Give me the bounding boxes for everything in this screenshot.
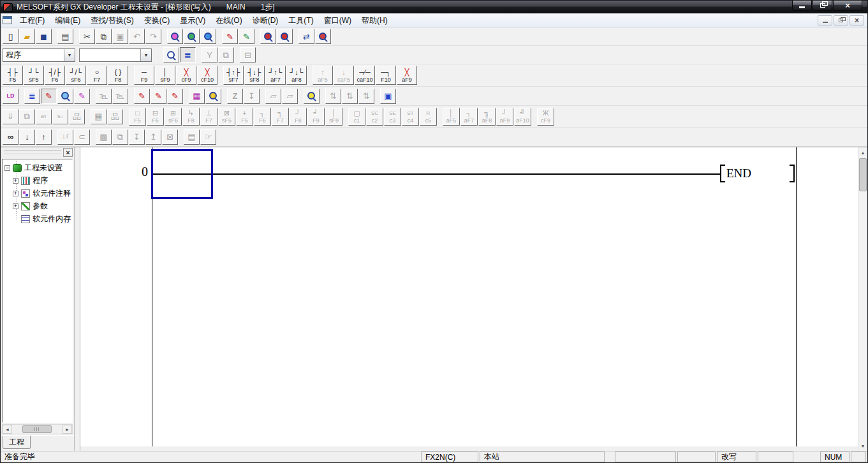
macro-button[interactable]: Y: [202, 47, 217, 62]
tree-root-project[interactable]: −工程未设置: [3, 161, 72, 174]
drag-mode-button[interactable]: ☞: [200, 129, 216, 145]
minimize-button[interactable]: [792, 1, 812, 11]
entry-monitor-stop-button[interactable]: ⇅: [342, 89, 358, 104]
copy-program-button[interactable]: ⧉: [19, 109, 35, 124]
error-jump-button[interactable]: err: [36, 109, 52, 124]
tab-project[interactable]: 工程: [3, 436, 31, 449]
xbox-sf5-button[interactable]: ⊠sF5: [218, 108, 235, 126]
read-mode-button[interactable]: [260, 29, 276, 44]
tree-item-device-memory[interactable]: 软元件内存: [3, 212, 72, 225]
ladder-cursor[interactable]: [151, 149, 213, 199]
monitor-condition-button[interactable]: [304, 89, 320, 104]
write-mode-button[interactable]: ✎: [222, 29, 238, 44]
program-name-combo[interactable]: ▼: [79, 48, 152, 62]
corner-f8-button[interactable]: ┘F8: [290, 108, 307, 126]
corner-f7-button[interactable]: ╕F7: [272, 108, 289, 126]
comment-display-button[interactable]: ✎: [41, 89, 57, 104]
coil-button[interactable]: ○F7: [87, 66, 107, 85]
find-window-button[interactable]: [163, 47, 179, 62]
horizontal-line-write-button[interactable]: ─┐F10: [376, 66, 396, 85]
program-check-button[interactable]: [315, 29, 331, 44]
project-data-display-button[interactable]: ≣: [24, 89, 40, 104]
invert-operation-button[interactable]: ─∕─caF10: [355, 66, 375, 85]
program-jump-button[interactable]: ▱: [282, 89, 298, 104]
area-c2-sc-button[interactable]: SCc2: [366, 108, 383, 126]
entry-monitor-delete-button[interactable]: ⇅: [358, 89, 374, 104]
contact-coil-edit-button[interactable]: ✎: [151, 89, 166, 104]
project-data-list-button[interactable]: ≣: [180, 47, 196, 62]
entry-monitor-button[interactable]: ⇅: [325, 89, 341, 104]
tree-item-program[interactable]: +程序: [3, 174, 72, 187]
tree-item-parameter[interactable]: +参数: [3, 200, 72, 212]
step-execution-button[interactable]: Z: [227, 89, 243, 104]
find-up-button[interactable]: ↑: [36, 129, 52, 145]
tree-item-device-comment[interactable]: +软元件注释: [3, 187, 72, 200]
save-button[interactable]: ◼: [36, 29, 52, 44]
menu-help[interactable]: 帮助(H): [357, 14, 393, 27]
ladder-editor[interactable]: 0 END: [80, 147, 858, 451]
horizontal-line-button[interactable]: ─F9: [134, 66, 154, 85]
corner-f6-button[interactable]: ┐F6: [254, 108, 271, 126]
find-button[interactable]: ∞: [3, 129, 18, 145]
corner-af9-button[interactable]: ┘aF9: [496, 108, 513, 126]
alias-display-button[interactable]: [57, 89, 73, 104]
insert-row-button[interactable]: ↧: [129, 129, 145, 145]
vertical-line-button[interactable]: │sF9: [155, 66, 175, 85]
falling-pulse-op-button[interactable]: ↓caF5: [334, 66, 354, 85]
panel-splitter[interactable]: [75, 147, 80, 451]
find-device-button[interactable]: [167, 29, 183, 44]
delete-column-button[interactable]: ⊠: [162, 129, 178, 145]
open-contact-button[interactable]: ┤├F5: [3, 66, 23, 85]
monitor-write-mode-button[interactable]: ✎: [239, 29, 254, 44]
remote-stop-button[interactable]: ℡: [112, 89, 128, 104]
menu-project[interactable]: 工程(F): [15, 14, 50, 27]
find-instruction-button[interactable]: [184, 29, 200, 44]
horizontal-line-delete-button[interactable]: ╳aF9: [397, 66, 417, 85]
monitor-read-mode-button[interactable]: [277, 29, 293, 44]
scroll-right-icon[interactable]: ►: [63, 425, 72, 434]
open-button[interactable]: ▰: [19, 29, 35, 44]
block-f6-button[interactable]: ⊟F6: [147, 108, 164, 126]
instruction-edit-button[interactable]: ✎: [167, 89, 183, 104]
transfer-setup-button[interactable]: ⇄: [298, 29, 314, 44]
branch-f8-button[interactable]: ↳F8: [182, 108, 200, 126]
rising-pulse-op-button[interactable]: ↑aF5: [313, 66, 333, 85]
mdi-close-button[interactable]: ×: [850, 15, 864, 26]
scroll-up-icon[interactable]: ▲: [858, 147, 867, 158]
data-copy-button[interactable]: ⧉: [218, 47, 234, 62]
new-button[interactable]: ▯: [3, 29, 18, 44]
device-comment-edit-button[interactable]: ✎: [134, 89, 150, 104]
closed-contact-button[interactable]: ┤/├F6: [45, 66, 65, 85]
clock-setting-button[interactable]: [205, 89, 221, 104]
tree-expand-toggle[interactable]: +: [13, 178, 18, 184]
corner-af7-button[interactable]: ┐aF7: [460, 108, 478, 126]
star-cf9-button[interactable]: ЖcF9: [537, 108, 554, 126]
menu-edit[interactable]: 编辑(E): [50, 14, 85, 27]
menu-window[interactable]: 窗口(W): [319, 14, 357, 27]
instruction-list-button[interactable]: ⊂: [74, 129, 90, 145]
partial-execution-button[interactable]: ▱: [265, 89, 281, 104]
title-bar[interactable]: MELSOFT系列 GX Developer 工程未设置 - [梯形图(写入) …: [1, 1, 867, 13]
falling-pulse-button[interactable]: ┤↓├sF8: [244, 66, 265, 85]
block-sf6-button[interactable]: ⊞sF6: [165, 108, 182, 126]
scroll-down-icon[interactable]: ▼: [858, 441, 867, 451]
multi-duplicate-button[interactable]: ⧉: [112, 129, 128, 145]
device-memory-display-button[interactable]: ▦: [189, 89, 205, 104]
block-display-button[interactable]: 品: [69, 109, 85, 124]
area-c4-st-button[interactable]: STc4: [402, 108, 419, 126]
project-panel-hscrollbar[interactable]: ◄ ►: [2, 424, 73, 434]
panel-grip[interactable]: [4, 150, 61, 155]
close-button[interactable]: ×: [833, 1, 862, 11]
tree-expand-toggle[interactable]: −: [4, 165, 10, 171]
delete-row-button[interactable]: ↥: [145, 129, 161, 145]
application-instruction-button[interactable]: { }F8: [108, 66, 128, 85]
chevron-down-icon[interactable]: ▼: [64, 49, 75, 61]
menu-online[interactable]: 在线(O): [210, 14, 247, 27]
line-af5-button[interactable]: │aF5: [443, 108, 460, 126]
note-display-button[interactable]: ✎: [74, 89, 90, 104]
mdi-minimize-button[interactable]: [818, 15, 832, 26]
rising-pulse-button[interactable]: ┤↑├sF7: [223, 66, 244, 85]
menu-tools[interactable]: 工具(T): [283, 14, 318, 27]
redo-button[interactable]: ↷: [145, 29, 161, 44]
print-area-button[interactable]: ▤: [184, 129, 200, 145]
